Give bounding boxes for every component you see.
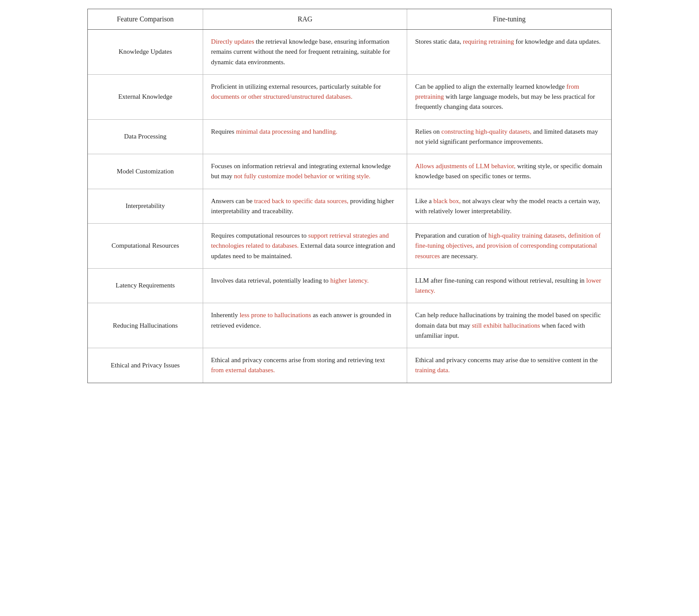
table-row: Data ProcessingRequires minimal data pro…: [88, 119, 611, 154]
rag-cell: Requires minimal data processing and han…: [203, 119, 407, 154]
header-rag: RAG: [203, 9, 407, 30]
table-body: Knowledge UpdatesDirectly updates the re…: [88, 30, 611, 383]
rag-cell: Involves data retrieval, potentially lea…: [203, 268, 407, 303]
rag-cell: Requires computational resources to supp…: [203, 224, 407, 269]
highlighted-text: requiring retraining: [463, 38, 514, 45]
highlighted-text: high-quality training datasets, definiti…: [415, 232, 600, 260]
table-row: Latency RequirementsInvolves data retrie…: [88, 268, 611, 303]
feature-cell: Computational Resources: [88, 224, 203, 269]
feature-cell: Interpretability: [88, 189, 203, 224]
finetuning-cell: Preparation and curation of high-quality…: [407, 224, 611, 269]
highlighted-text: not fully customize model behavior or wr…: [234, 173, 370, 180]
highlighted-text: minimal data processing and handling.: [236, 128, 337, 135]
highlighted-text: documents or other structured/unstructur…: [211, 93, 353, 100]
highlighted-text: traced back to specific data sources,: [254, 197, 349, 204]
comparison-table-wrapper: Feature Comparison RAG Fine-tuning Knowl…: [87, 9, 612, 383]
header-feature: Feature Comparison: [88, 9, 203, 30]
rag-cell: Ethical and privacy concerns arise from …: [203, 348, 407, 383]
highlighted-text: Allows adjustments of LLM behavior,: [415, 163, 516, 170]
highlighted-text: support retrieval strategies and technol…: [211, 232, 389, 249]
finetuning-cell: Allows adjustments of LLM behavior, writ…: [407, 154, 611, 189]
rag-cell: Focuses on information retrieval and int…: [203, 154, 407, 189]
highlighted-text: higher latency.: [330, 277, 369, 284]
highlighted-text: lower latency.: [415, 277, 601, 294]
finetuning-cell: Like a black box, not always clear why t…: [407, 189, 611, 224]
feature-cell: Latency Requirements: [88, 268, 203, 303]
rag-cell: Inherently less prone to hallucinations …: [203, 303, 407, 348]
finetuning-cell: Can help reduce hallucinations by traini…: [407, 303, 611, 348]
highlighted-text: from external databases.: [211, 367, 275, 374]
comparison-table: Feature Comparison RAG Fine-tuning Knowl…: [88, 9, 611, 383]
table-row: Reducing HallucinationsInherently less p…: [88, 303, 611, 348]
table-row: InterpretabilityAnswers can be traced ba…: [88, 189, 611, 224]
highlighted-text: less prone to hallucinations: [239, 311, 311, 318]
feature-cell: Ethical and Privacy Issues: [88, 348, 203, 383]
highlighted-text: constructing high-quality datasets,: [441, 128, 531, 135]
feature-cell: External Knowledge: [88, 74, 203, 119]
highlighted-text: black box,: [433, 197, 460, 204]
rag-cell: Answers can be traced back to specific d…: [203, 189, 407, 224]
feature-cell: Knowledge Updates: [88, 30, 203, 75]
header-finetuning: Fine-tuning: [407, 9, 611, 30]
table-row: Computational ResourcesRequires computat…: [88, 224, 611, 269]
finetuning-cell: LLM after fine-tuning can respond withou…: [407, 268, 611, 303]
feature-cell: Data Processing: [88, 119, 203, 154]
feature-cell: Reducing Hallucinations: [88, 303, 203, 348]
rag-cell: Directly updates the retrieval knowledge…: [203, 30, 407, 75]
finetuning-cell: Ethical and privacy concerns may arise d…: [407, 348, 611, 383]
finetuning-cell: Relies on constructing high-quality data…: [407, 119, 611, 154]
highlighted-text: from pretraining: [415, 83, 579, 100]
finetuning-cell: Stores static data, requiring retraining…: [407, 30, 611, 75]
highlighted-text: still exhibit hallucinations: [472, 322, 540, 329]
highlighted-text: Directly updates: [211, 38, 254, 45]
table-header-row: Feature Comparison RAG Fine-tuning: [88, 9, 611, 30]
finetuning-cell: Can be applied to align the externally l…: [407, 74, 611, 119]
table-row: Knowledge UpdatesDirectly updates the re…: [88, 30, 611, 75]
highlighted-text: training data.: [415, 367, 450, 374]
feature-cell: Model Customization: [88, 154, 203, 189]
table-row: Ethical and Privacy IssuesEthical and pr…: [88, 348, 611, 383]
rag-cell: Proficient in utilizing external resourc…: [203, 74, 407, 119]
table-row: External KnowledgeProficient in utilizin…: [88, 74, 611, 119]
table-row: Model CustomizationFocuses on informatio…: [88, 154, 611, 189]
